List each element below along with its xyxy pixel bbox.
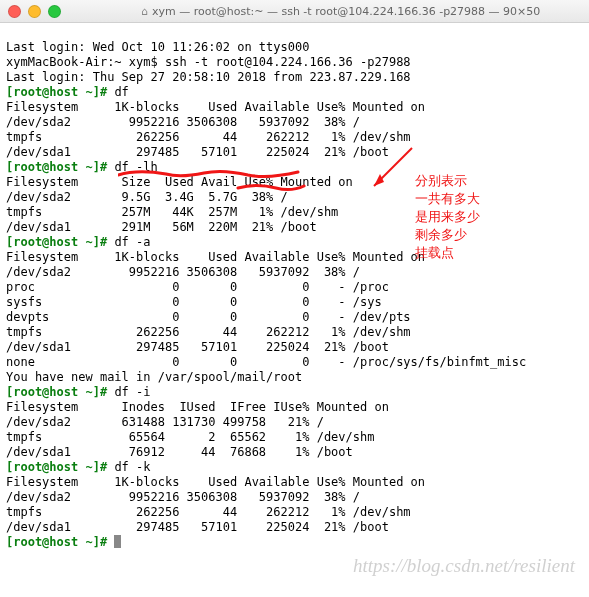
line: Filesystem Size Used Avail Use% Mounted …	[6, 175, 353, 189]
line: You have new mail in /var/spool/mail/roo…	[6, 370, 302, 384]
line: /dev/sda2 9952216 3506308 5937092 38% /	[6, 490, 360, 504]
line: Filesystem 1K-blocks Used Available Use%…	[6, 250, 425, 264]
line: tmpfs 65564 2 65562 1% /dev/shm	[6, 430, 374, 444]
line: tmpfs 262256 44 262212 1% /dev/shm	[6, 505, 411, 519]
line: devpts 0 0 0 - /dev/pts	[6, 310, 411, 324]
home-icon: ⌂	[141, 5, 148, 18]
fullscreen-icon[interactable]	[48, 5, 61, 18]
line: none 0 0 0 - /proc/sys/fs/binfmt_misc	[6, 355, 526, 369]
line: tmpfs 257M 44K 257M 1% /dev/shm	[6, 205, 338, 219]
cmd: df	[114, 85, 128, 99]
line: tmpfs 262256 44 262212 1% /dev/shm	[6, 325, 411, 339]
line: Filesystem 1K-blocks Used Available Use%…	[6, 475, 425, 489]
line: Last login: Thu Sep 27 20:58:10 2018 fro…	[6, 70, 411, 84]
line: /dev/sda2 631488 131730 499758 21% /	[6, 415, 324, 429]
line: tmpfs 262256 44 262212 1% /dev/shm	[6, 130, 411, 144]
cursor-icon	[114, 535, 121, 548]
line: /dev/sda1 297485 57101 225024 21% /boot	[6, 520, 389, 534]
line: /dev/sda1 76912 44 76868 1% /boot	[6, 445, 353, 459]
line: Filesystem Inodes IUsed IFree IUse% Moun…	[6, 400, 389, 414]
line: /dev/sda1 297485 57101 225024 21% /boot	[6, 145, 389, 159]
prompt: [root@host ~]#	[6, 460, 114, 474]
prompt: [root@host ~]#	[6, 85, 114, 99]
window-title: xym — root@host:~ — ssh -t root@104.224.…	[152, 5, 581, 18]
line: /dev/sda2 9.5G 3.4G 5.7G 38% /	[6, 190, 288, 204]
prompt: [root@host ~]#	[6, 235, 114, 249]
cmd: df -i	[114, 385, 150, 399]
window-titlebar: ⌂ xym — root@host:~ — ssh -t root@104.22…	[0, 0, 589, 23]
prompt: [root@host ~]#	[6, 535, 114, 549]
line: /dev/sda1 297485 57101 225024 21% /boot	[6, 340, 389, 354]
cmd: df -lh	[114, 160, 157, 174]
line: /dev/sda2 9952216 3506308 5937092 38% /	[6, 265, 360, 279]
terminal-content[interactable]: Last login: Wed Oct 10 11:26:02 on ttys0…	[0, 23, 589, 552]
line: /dev/sda2 9952216 3506308 5937092 38% /	[6, 115, 360, 129]
minimize-icon[interactable]	[28, 5, 41, 18]
line: xymMacBook-Air:~ xym$ ssh -t root@104.22…	[6, 55, 411, 69]
prompt: [root@host ~]#	[6, 160, 114, 174]
cmd: df -a	[114, 235, 150, 249]
close-icon[interactable]	[8, 5, 21, 18]
line: Filesystem 1K-blocks Used Available Use%…	[6, 100, 425, 114]
line: proc 0 0 0 - /proc	[6, 280, 389, 294]
prompt: [root@host ~]#	[6, 385, 114, 399]
line: sysfs 0 0 0 - /sys	[6, 295, 382, 309]
cmd: df -k	[114, 460, 150, 474]
line: /dev/sda1 291M 56M 220M 21% /boot	[6, 220, 317, 234]
traffic-lights	[8, 5, 61, 18]
watermark: https://blog.csdn.net/resilient	[353, 555, 575, 577]
line: Last login: Wed Oct 10 11:26:02 on ttys0…	[6, 40, 309, 54]
